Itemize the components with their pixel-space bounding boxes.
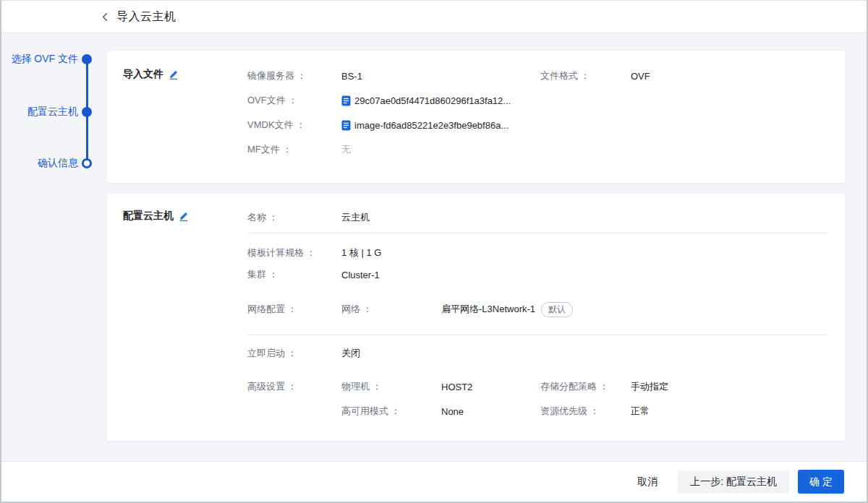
edit-configure-vm-icon[interactable] bbox=[179, 211, 189, 221]
back-icon[interactable] bbox=[100, 12, 111, 22]
edit-import-file-icon[interactable] bbox=[169, 69, 179, 79]
ovf-file-label: OVF文件 ： bbox=[247, 94, 341, 107]
field-row: VMDK文件 ： image-fd6ad85221e2e3fbe9ebf86a.… bbox=[247, 113, 827, 137]
network-name: 扁平网络-L3Network-1 bbox=[441, 304, 535, 314]
previous-step-button[interactable]: 上一步: 配置云主机 bbox=[678, 470, 789, 494]
vmdk-file-value: image-fd6ad85221e2e3fbe9ebf86a... bbox=[341, 120, 827, 131]
step-dot-filled-icon bbox=[82, 54, 92, 64]
field-row: 镜像服务器 ： BS-1 文件格式 ： OVF bbox=[247, 64, 827, 88]
import-vm-window: 导入云主机 选择 OVF 文件 配置云主机 确认信息 导入 bbox=[0, 0, 868, 503]
field-row: 模板计算规格 ： 1 核 | 1 G bbox=[247, 242, 827, 264]
image-server-label: 镜像服务器 ： bbox=[247, 69, 341, 82]
network-label: 网络 ： bbox=[341, 303, 441, 316]
vm-name-label: 名称 ： bbox=[247, 211, 341, 224]
cluster-label: 集群 ： bbox=[247, 268, 341, 281]
step-label: 配置云主机 bbox=[27, 106, 78, 119]
cancel-button[interactable]: 取消 bbox=[634, 471, 660, 493]
mf-file-value: 无 bbox=[341, 143, 827, 156]
field-row: 高可用模式 ： None 资源优先级 ： 正常 bbox=[247, 400, 827, 422]
step-label: 选择 OVF 文件 bbox=[11, 53, 78, 66]
network-config-label: 网络配置 ： bbox=[247, 303, 341, 316]
configure-vm-card: 配置云主机 名称 ： 云主机 模板计算规格 ： 1 核 | 1 G bbox=[107, 194, 845, 441]
card-title: 配置云主机 bbox=[123, 210, 174, 223]
field-row: OVF文件 ： 29c07ae0d5f4471d860296f1a3fa12..… bbox=[247, 88, 827, 113]
step-dot-hollow-icon bbox=[82, 158, 92, 168]
mf-file-label: MF文件 ： bbox=[247, 143, 341, 156]
file-icon bbox=[341, 95, 351, 106]
vm-name-value: 云主机 bbox=[341, 211, 827, 224]
field-row: 名称 ： 云主机 bbox=[247, 205, 827, 230]
section-divider bbox=[247, 335, 827, 335]
import-file-card-header: 导入文件 bbox=[107, 51, 247, 81]
ovf-file-value: 29c07ae0d5f4471d860296f1a3fa12... bbox=[341, 95, 827, 106]
field-row: 集群 ： Cluster-1 bbox=[247, 264, 827, 285]
configure-vm-fields: 名称 ： 云主机 模板计算规格 ： 1 核 | 1 G 集群 ： Cluster… bbox=[247, 194, 845, 432]
field-row: 立即启动 ： 关闭 bbox=[247, 343, 827, 364]
step-configure-vm[interactable]: 配置云主机 bbox=[1, 105, 107, 119]
cluster-value: Cluster-1 bbox=[341, 270, 827, 280]
import-file-card: 导入文件 镜像服务器 ： BS-1 文件格式 ： OVF OVF文件 ： bbox=[107, 51, 845, 183]
card-title: 导入文件 bbox=[123, 68, 163, 81]
confirm-button[interactable]: 确 定 bbox=[798, 470, 844, 494]
compute-spec-label: 模板计算规格 ： bbox=[247, 246, 341, 259]
host-label: 物理机 ： bbox=[341, 380, 441, 393]
host-value: HOST2 bbox=[441, 382, 540, 392]
default-badge: 默认 bbox=[541, 302, 573, 317]
file-format-label: 文件格式 ： bbox=[540, 69, 631, 82]
step-label: 确认信息 bbox=[38, 157, 78, 170]
resource-priority-label: 资源优先级 ： bbox=[540, 405, 631, 418]
start-now-label: 立即启动 ： bbox=[247, 347, 341, 360]
storage-policy-value: 手动指定 bbox=[631, 380, 827, 393]
vmdk-file-label: VMDK文件 ： bbox=[247, 119, 341, 132]
file-icon bbox=[341, 120, 351, 131]
file-format-value: OVF bbox=[631, 71, 827, 82]
vmdk-file-name: image-fd6ad85221e2e3fbe9ebf86a... bbox=[354, 120, 509, 131]
wizard-body: 选择 OVF 文件 配置云主机 确认信息 导入文件 bbox=[1, 33, 867, 461]
page-footer: 取消 上一步: 配置云主机 确 定 bbox=[1, 461, 867, 502]
ovf-file-name: 29c07ae0d5f4471d860296f1a3fa12... bbox=[354, 95, 511, 106]
page-header: 导入云主机 bbox=[1, 1, 867, 33]
page-title: 导入云主机 bbox=[116, 9, 176, 25]
import-file-fields: 镜像服务器 ： BS-1 文件格式 ： OVF OVF文件 ： 29c07ae0… bbox=[247, 51, 845, 172]
compute-spec-value: 1 核 | 1 G bbox=[341, 246, 827, 259]
start-now-value: 关闭 bbox=[341, 347, 827, 360]
image-server-value: BS-1 bbox=[341, 71, 540, 82]
main-content: 导入文件 镜像服务器 ： BS-1 文件格式 ： OVF OVF文件 ： bbox=[107, 51, 845, 441]
ha-mode-label: 高可用模式 ： bbox=[341, 405, 441, 418]
wizard-stepper: 选择 OVF 文件 配置云主机 确认信息 bbox=[1, 33, 107, 461]
field-row: 高级设置 ： 物理机 ： HOST2 存储分配策略 ： 手动指定 bbox=[247, 376, 827, 397]
section-divider bbox=[247, 233, 827, 233]
step-select-ovf-file[interactable]: 选择 OVF 文件 bbox=[1, 52, 107, 66]
storage-policy-label: 存储分配策略 ： bbox=[540, 380, 631, 393]
advanced-settings-label: 高级设置 ： bbox=[247, 380, 341, 393]
field-row: MF文件 ： 无 bbox=[247, 137, 827, 162]
network-value: 扁平网络-L3Network-1默认 bbox=[441, 302, 827, 317]
configure-vm-card-header: 配置云主机 bbox=[107, 194, 247, 223]
field-row: 网络配置 ： 网络 ： 扁平网络-L3Network-1默认 bbox=[247, 298, 827, 320]
step-confirm-info[interactable]: 确认信息 bbox=[1, 156, 107, 171]
ha-mode-value: None bbox=[441, 406, 540, 417]
resource-priority-value: 正常 bbox=[631, 405, 827, 418]
step-dot-filled-icon bbox=[82, 107, 92, 117]
